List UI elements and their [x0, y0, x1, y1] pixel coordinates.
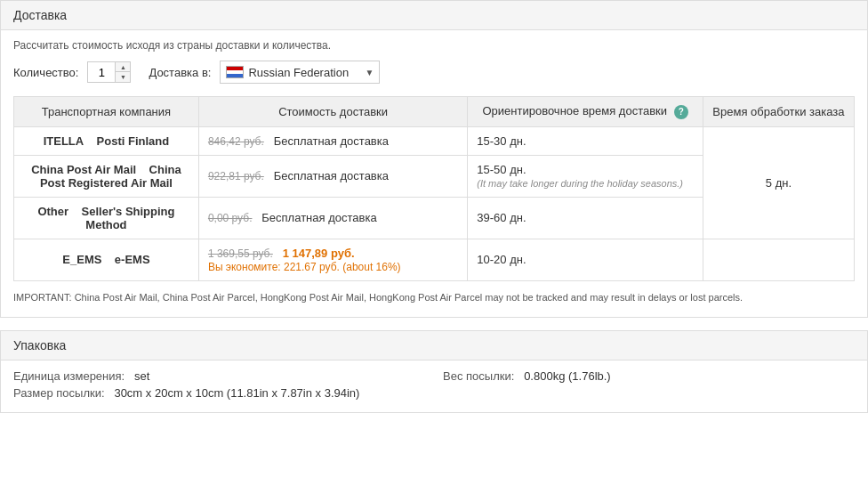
packing-title: Упаковка — [13, 338, 66, 352]
delivery-section-header: Доставка — [0, 0, 868, 30]
packing-section: Упаковка Единица измерения: set Размер п… — [0, 330, 868, 413]
company-sub: Seller's Shipping Method — [82, 205, 175, 231]
company-cell: China Post Air Mail China Post Registere… — [14, 155, 199, 197]
packing-grid: Единица измерения: set Размер посылки: 3… — [13, 369, 855, 403]
table-row: ITELLA Posti Finland 846,42 руб. Бесплат… — [14, 126, 855, 155]
company-sub: Posti Finland — [97, 134, 170, 148]
controls-row: Количество: ▲ ▼ Доставка в: Russian Fede… — [13, 61, 855, 84]
savings-text: Вы экономите: 221.67 руб. (about 16%) — [208, 261, 401, 273]
quantity-up-button[interactable]: ▲ — [116, 62, 130, 72]
help-icon[interactable]: ? — [674, 105, 688, 119]
processing-cell-empty — [703, 239, 854, 280]
packing-right: Вес посылки: 0.800kg (1.76lb.) — [443, 369, 855, 403]
header-time: Ориентировочное время доставки ? — [468, 97, 703, 127]
delivery-title: Доставка — [13, 8, 67, 22]
company-main: ITELLA — [44, 134, 84, 148]
time-value: 10-20 дн. — [477, 253, 526, 266]
packing-section-header: Упаковка — [0, 330, 868, 360]
chevron-down-icon: ▼ — [366, 68, 374, 77]
size-label: Размер посылки: — [13, 386, 105, 400]
time-value: 39-60 дн. — [477, 211, 526, 224]
cost-cell: 1 369,55 руб. 1 147,89 руб. Вы экономите… — [198, 239, 467, 280]
cost-cell: 846,42 руб. Бесплатная доставка — [198, 126, 467, 155]
quantity-down-button[interactable]: ▼ — [116, 72, 130, 82]
company-cell: E_EMS e-EMS — [14, 239, 199, 280]
delivery-section: Доставка Рассчитать стоимость исходя из … — [0, 0, 868, 318]
price-orange: 1 147,89 руб. — [283, 247, 355, 260]
quantity-wrapper: ▲ ▼ — [87, 61, 131, 83]
price-strike: 846,42 руб. — [208, 135, 264, 148]
processing-cell: 5 дн. — [703, 126, 854, 239]
destination-label: Доставка в: — [149, 66, 211, 79]
unit-value: set — [134, 369, 149, 383]
cost-cell: 0,00 руб. Бесплатная доставка — [198, 197, 467, 239]
table-row: E_EMS e-EMS 1 369,55 руб. 1 147,89 руб. … — [14, 239, 855, 280]
time-cell: 15-50 дн. (It may take longer during the… — [468, 155, 703, 197]
time-note: (It may take longer during the holiday s… — [477, 178, 683, 189]
price-free: Бесплатная доставка — [261, 211, 376, 224]
time-cell: 15-30 дн. — [468, 126, 703, 155]
delivery-subtitle: Рассчитать стоимость исходя из страны до… — [13, 39, 855, 52]
delivery-section-body: Рассчитать стоимость исходя из страны до… — [0, 30, 868, 318]
company-main: China Post Air Mail — [31, 163, 136, 176]
price-strike: 0,00 руб. — [208, 212, 253, 224]
important-note: IMPORTANT: China Post Air Mail, China Po… — [13, 290, 855, 305]
time-value: 15-30 дн. — [477, 134, 526, 148]
company-cell: ITELLA Posti Finland — [14, 126, 199, 155]
header-processing: Время обработки заказа — [703, 97, 854, 127]
weight-label: Вес посылки: — [443, 369, 514, 383]
weight-line: Вес посылки: 0.800kg (1.76lb.) — [443, 369, 855, 383]
price-strike: 922,81 руб. — [208, 170, 264, 182]
cost-cell: 922,81 руб. Бесплатная доставка — [198, 155, 467, 197]
header-cost: Стоимость доставки — [198, 97, 467, 127]
flag-icon — [226, 66, 244, 78]
time-cell: 39-60 дн. — [468, 197, 703, 239]
processing-value: 5 дн. — [766, 176, 792, 190]
size-value: 30cm x 20cm x 10cm (11.81in x 7.87in x 3… — [114, 386, 359, 400]
quantity-input[interactable] — [88, 62, 115, 82]
company-sub: e-EMS — [115, 253, 150, 266]
price-strike: 1 369,55 руб. — [208, 247, 273, 260]
header-company: Транспортная компания — [14, 97, 199, 127]
shipping-table: Транспортная компания Стоимость доставки… — [13, 96, 855, 281]
unit-line: Единица измерения: set — [13, 369, 425, 383]
size-line: Размер посылки: 30cm x 20cm x 10cm (11.8… — [13, 386, 425, 400]
packing-left: Единица измерения: set Размер посылки: 3… — [13, 369, 425, 403]
packing-section-body: Единица измерения: set Размер посылки: 3… — [0, 360, 868, 413]
time-cell: 10-20 дн. — [468, 239, 703, 280]
quantity-label: Количество: — [13, 66, 78, 79]
unit-label: Единица измерения: — [13, 369, 125, 383]
quantity-arrows: ▲ ▼ — [115, 62, 130, 82]
weight-value: 0.800kg (1.76lb.) — [524, 369, 611, 383]
company-cell: Other Seller's Shipping Method — [14, 197, 199, 239]
price-free: Бесплатная доставка — [274, 134, 389, 148]
time-value: 15-50 дн. — [477, 163, 526, 176]
destination-text: Russian Federation — [248, 66, 360, 79]
company-main: Other — [37, 205, 68, 218]
destination-select[interactable]: Russian Federation ▼ — [220, 61, 380, 84]
company-main: E_EMS — [62, 253, 101, 266]
price-free: Бесплатная доставка — [274, 169, 389, 182]
